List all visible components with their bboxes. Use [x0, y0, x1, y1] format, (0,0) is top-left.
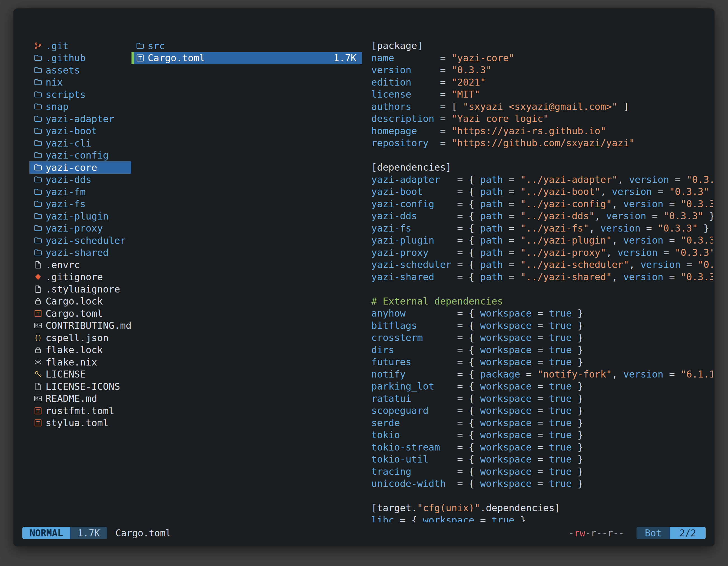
file-name: .styluaignore — [46, 283, 120, 295]
folder-icon — [34, 175, 46, 184]
dir-item-yazi-scheduler[interactable]: yazi-scheduler — [29, 234, 131, 247]
dir-item-src[interactable]: src — [131, 40, 362, 52]
preview-line: parking_lot = { workspace = true } — [371, 380, 713, 393]
preview-line: yazi-fs = { path = "../yazi-fs", version… — [371, 222, 713, 235]
file-item-.envrc[interactable]: .envrc — [29, 259, 131, 271]
file-name: yazi-cli — [46, 138, 91, 149]
file-item-stylua.toml[interactable]: stylua.toml — [29, 417, 131, 429]
status-filename: Cargo.toml — [116, 528, 171, 539]
preview-line: tracing = { workspace = true } — [371, 466, 713, 478]
preview-line: yazi-proxy = { path = "../yazi-proxy", v… — [371, 247, 713, 259]
preview-line: edition = "2021" — [371, 76, 713, 89]
preview-line: serde = { workspace = true } — [371, 417, 713, 429]
file-name: .envrc — [46, 259, 80, 271]
file-size-badge: 1.7K — [70, 527, 107, 539]
dir-item-yazi-adapter[interactable]: yazi-adapter — [29, 113, 131, 125]
md-icon — [34, 321, 46, 330]
git-icon — [34, 42, 46, 50]
dir-item-snap[interactable]: snap — [29, 101, 131, 113]
folder-icon — [34, 90, 46, 99]
json-icon: {} — [34, 333, 46, 342]
dir-item-yazi-dds[interactable]: yazi-dds — [29, 174, 131, 186]
preview-line — [371, 490, 713, 502]
file-item-CONTRIBUTING.md[interactable]: CONTRIBUTING.md — [29, 319, 131, 332]
folder-icon — [34, 151, 46, 159]
dir-item-assets[interactable]: assets — [29, 64, 131, 76]
file-name: README.md — [46, 393, 97, 404]
lock-icon — [34, 297, 46, 305]
file-name: yazi-scheduler — [46, 235, 126, 246]
file-icon — [34, 382, 46, 391]
key-icon — [34, 370, 46, 378]
file-item-Cargo.toml[interactable]: Cargo.toml1.7K — [131, 52, 362, 64]
current-directory-pane: srcCargo.toml1.7K — [131, 40, 362, 64]
dir-item-scripts[interactable]: scripts — [29, 88, 131, 101]
preview-line: description = "Yazi core logic" — [371, 113, 713, 125]
file-name: Cargo.lock — [46, 295, 103, 307]
file-item-flake.nix[interactable]: flake.nix — [29, 356, 131, 368]
file-name: snap — [46, 101, 69, 112]
dir-item-.git[interactable]: .git — [29, 40, 131, 52]
file-item-Cargo.lock[interactable]: Cargo.lock — [29, 295, 131, 307]
file-name: yazi-shared — [46, 247, 109, 258]
folder-icon — [34, 54, 46, 62]
folder-icon — [34, 139, 46, 147]
dir-item-yazi-cli[interactable]: yazi-cli — [29, 137, 131, 149]
yazi-window: .git.githubassetsnixscriptssnapyazi-adap… — [13, 8, 715, 546]
cursor-counter-badge: 2/2 — [670, 527, 706, 539]
preview-line: authors = [ "sxyazi <sxyazi@gmail.com>" … — [371, 101, 713, 113]
dir-item-yazi-fm[interactable]: yazi-fm — [29, 186, 131, 198]
folder-icon — [34, 236, 46, 245]
file-item-LICENSE-ICONS[interactable]: LICENSE-ICONS — [29, 380, 131, 393]
file-name: yazi-core — [46, 162, 97, 173]
file-item-README.md[interactable]: README.md — [29, 393, 131, 405]
preview-line: repository = "https://github.com/sxyazi/… — [371, 137, 713, 149]
file-name: stylua.toml — [46, 417, 109, 428]
preview-line: yazi-adapter = { path = "../yazi-adapter… — [371, 174, 713, 186]
preview-line: dirs = { workspace = true } — [371, 344, 713, 356]
preview-line: version = "0.3.3" — [371, 64, 713, 76]
file-item-.styluaignore[interactable]: .styluaignore — [29, 283, 131, 295]
dir-item-yazi-boot[interactable]: yazi-boot — [29, 125, 131, 137]
file-item-.gitignore[interactable]: .gitignore — [29, 271, 131, 283]
scroll-position-badge: Bot — [637, 527, 670, 539]
dir-item-yazi-config[interactable]: yazi-config — [29, 149, 131, 162]
mode-badge: NORMAL — [22, 527, 70, 539]
file-name: nix — [46, 77, 63, 88]
file-name: yazi-plugin — [46, 211, 109, 222]
file-name: LICENSE-ICONS — [46, 381, 120, 392]
file-name: src — [148, 40, 165, 51]
preview-line: ratatui = { workspace = true } — [371, 393, 713, 405]
preview-line: [target."cfg(unix)".dependencies] — [371, 502, 713, 514]
preview-line: tokio-stream = { workspace = true } — [371, 441, 713, 454]
file-item-LICENSE[interactable]: LICENSE — [29, 368, 131, 380]
file-item-rustfmt.toml[interactable]: rustfmt.toml — [29, 405, 131, 417]
file-item-cspell.json[interactable]: {}cspell.json — [29, 332, 131, 344]
file-name: .gitignore — [46, 271, 103, 283]
file-name: yazi-dds — [46, 174, 91, 185]
file-item-Cargo.toml[interactable]: Cargo.toml — [29, 307, 131, 319]
file-name: Cargo.toml — [148, 52, 205, 64]
file-icon — [34, 285, 46, 293]
dir-item-.github[interactable]: .github — [29, 52, 131, 64]
file-icon — [34, 261, 46, 269]
preview-line: [dependencies] — [371, 161, 713, 174]
dir-item-yazi-core[interactable]: yazi-core — [29, 161, 131, 174]
file-name: yazi-adapter — [46, 113, 114, 125]
file-name: yazi-fm — [46, 186, 86, 198]
preview-line: license = "MIT" — [371, 88, 713, 101]
dir-item-yazi-fs[interactable]: yazi-fs — [29, 198, 131, 210]
folder-icon — [34, 127, 46, 135]
preview-line: tokio-util = { workspace = true } — [371, 453, 713, 466]
file-name: CONTRIBUTING.md — [46, 320, 131, 331]
preview-line — [371, 283, 713, 295]
file-item-flake.lock[interactable]: flake.lock — [29, 344, 131, 356]
preview-line: futures = { workspace = true } — [371, 356, 713, 368]
file-name: .github — [46, 52, 86, 64]
file-name: LICENSE — [46, 368, 86, 380]
preview-line: yazi-config = { path = "../yazi-config",… — [371, 198, 713, 210]
dir-item-yazi-shared[interactable]: yazi-shared — [29, 247, 131, 259]
dir-item-yazi-proxy[interactable]: yazi-proxy — [29, 222, 131, 235]
dir-item-yazi-plugin[interactable]: yazi-plugin — [29, 210, 131, 222]
dir-item-nix[interactable]: nix — [29, 76, 131, 89]
